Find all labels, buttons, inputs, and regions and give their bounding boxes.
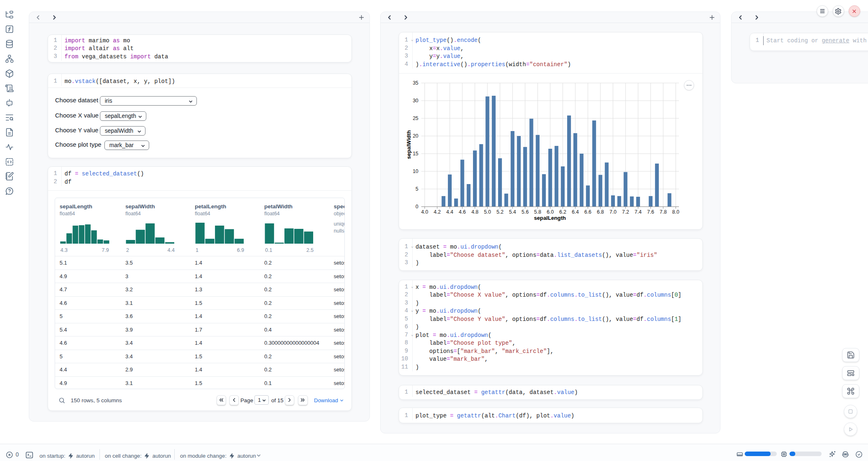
svg-text:7.8: 7.8 <box>660 209 667 215</box>
svg-text:35: 35 <box>413 80 418 86</box>
svg-text:sepalWidth: sepalWidth <box>406 130 412 159</box>
svg-text:5.2: 5.2 <box>496 209 503 215</box>
svg-text:20: 20 <box>413 133 418 139</box>
svg-text:10: 10 <box>413 168 418 174</box>
svg-text:sepalLength: sepalLength <box>534 215 566 221</box>
svg-text:6.6: 6.6 <box>584 209 591 215</box>
svg-text:7.4: 7.4 <box>635 209 642 215</box>
svg-text:4.4: 4.4 <box>446 209 453 215</box>
svg-text:4.8: 4.8 <box>471 209 478 215</box>
svg-text:5.0: 5.0 <box>484 209 491 215</box>
svg-text:7.2: 7.2 <box>622 209 629 215</box>
svg-text:4.2: 4.2 <box>434 209 441 215</box>
svg-text:5.8: 5.8 <box>534 209 541 215</box>
svg-text:4.0: 4.0 <box>421 209 428 215</box>
svg-text:4.6: 4.6 <box>459 209 466 215</box>
svg-text:6.4: 6.4 <box>572 209 579 215</box>
svg-text:7.6: 7.6 <box>647 209 654 215</box>
svg-text:25: 25 <box>413 115 418 121</box>
svg-text:5.4: 5.4 <box>509 209 516 215</box>
svg-text:6.8: 6.8 <box>597 209 604 215</box>
svg-text:6.0: 6.0 <box>547 209 554 215</box>
svg-text:5.6: 5.6 <box>522 209 529 215</box>
svg-text:8.0: 8.0 <box>672 209 679 215</box>
svg-text:7.0: 7.0 <box>609 209 616 215</box>
svg-text:6.2: 6.2 <box>559 209 566 215</box>
svg-text:15: 15 <box>413 151 418 157</box>
svg-text:5: 5 <box>416 186 418 192</box>
svg-text:30: 30 <box>413 98 418 104</box>
svg-text:0: 0 <box>416 204 418 210</box>
